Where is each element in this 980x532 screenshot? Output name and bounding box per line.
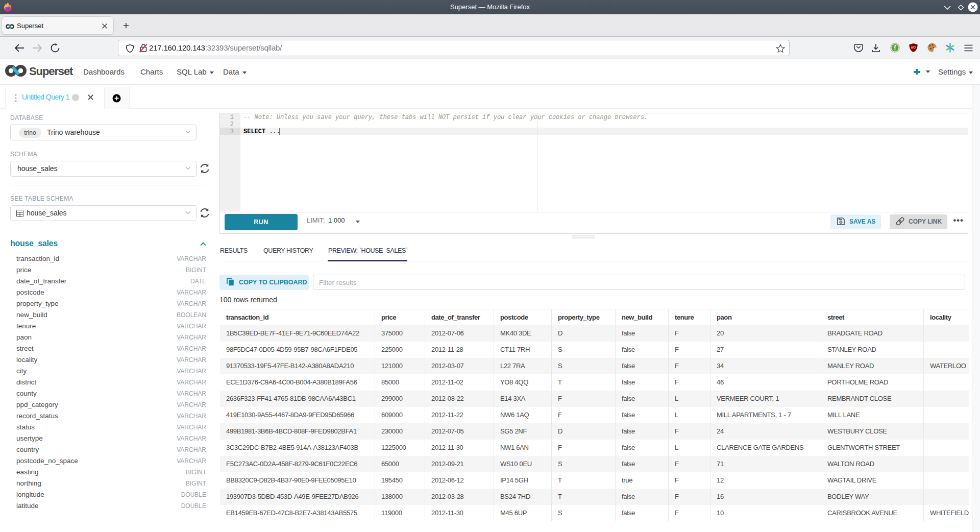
svg-text:uO: uO — [911, 45, 916, 49]
